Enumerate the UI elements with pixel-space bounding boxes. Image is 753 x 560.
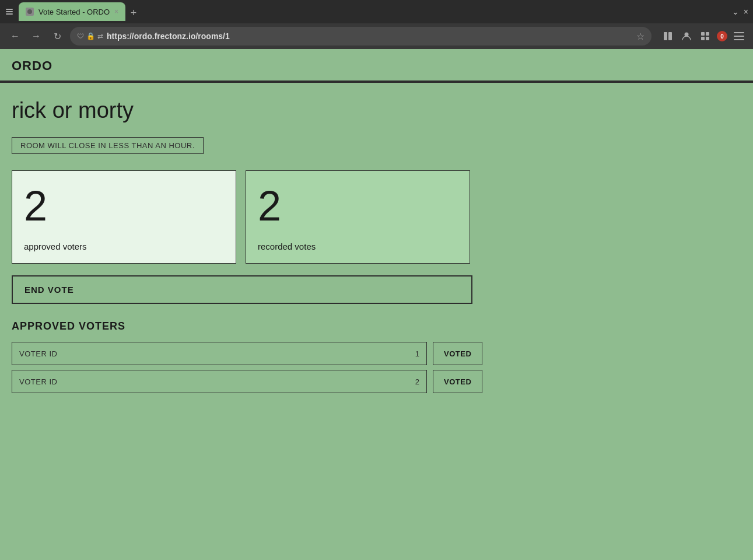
new-tab-button[interactable]: + — [125, 5, 142, 21]
back-button[interactable]: ← — [7, 28, 23, 44]
room-title: rick or morty — [12, 98, 741, 123]
notice-badge: ROOM WILL CLOSE IN LESS THAN AN HOUR. — [12, 137, 204, 154]
bookmark-button[interactable]: ☆ — [636, 31, 645, 42]
voter-id-number-1: 1 — [415, 349, 419, 358]
security-icons: 🛡 🔒 ⇄ — [77, 32, 103, 40]
toolbar-icons: 0 — [661, 29, 746, 43]
recorded-votes-label: recorded votes — [258, 242, 458, 251]
tab-actions: ⌄ × — [732, 7, 748, 16]
svg-rect-11 — [734, 32, 744, 33]
extensions-button[interactable] — [698, 29, 712, 43]
voted-button-2[interactable]: VOTED — [433, 370, 482, 393]
tab-favicon — [26, 8, 34, 16]
url-path: /rooms/1 — [195, 32, 229, 41]
tab-chevron[interactable]: ⌄ — [732, 7, 739, 16]
lock-icon: 🔒 — [86, 32, 95, 40]
approved-voters-label: approved voters — [24, 242, 224, 251]
svg-rect-8 — [706, 32, 709, 36]
end-vote-button[interactable]: END VOTE — [12, 275, 472, 304]
connection-icon: ⇄ — [97, 32, 103, 40]
approved-voters-count: 2 — [24, 185, 224, 227]
menu-button[interactable] — [732, 29, 746, 43]
recorded-votes-card: 2 recorded votes — [246, 170, 470, 264]
active-tab[interactable]: Vote Started - ORDO × — [19, 2, 125, 21]
svg-rect-7 — [701, 32, 705, 36]
approved-voters-card: 2 approved voters — [12, 170, 236, 264]
svg-rect-13 — [734, 39, 744, 40]
voter-row: VOTER ID 1 VOTED — [12, 342, 741, 365]
url-display[interactable]: https://ordo.frectonz.io/rooms/1 — [107, 32, 633, 41]
voter-id-label-1: VOTER ID — [19, 349, 57, 358]
nav-bar: ← → ↻ 🛡 🔒 ⇄ https://ordo.frectonz.io/roo… — [0, 23, 753, 49]
shield-icon: 🛡 — [77, 32, 84, 40]
page-content: ORDO rick or morty ROOM WILL CLOSE IN LE… — [0, 49, 753, 560]
title-bar: Vote Started - ORDO × + ⌄ × — [0, 0, 753, 23]
reload-button[interactable]: ↻ — [49, 28, 65, 44]
svg-rect-0 — [6, 9, 13, 10]
tab-close-btn[interactable]: × — [114, 8, 118, 16]
tab-title: Vote Started - ORDO — [38, 8, 110, 16]
notification-badge: 0 — [717, 31, 727, 41]
svg-rect-1 — [6, 11, 13, 12]
window-sidebar-btn[interactable] — [5, 7, 14, 16]
voter-id-number-2: 2 — [415, 377, 419, 386]
voter-row: VOTER ID 2 VOTED — [12, 370, 741, 393]
svg-rect-2 — [6, 13, 13, 15]
browser-chrome: Vote Started - ORDO × + ⌄ × ← → ↻ 🛡 🔒 ⇄ … — [0, 0, 753, 49]
recorded-votes-count: 2 — [258, 185, 458, 227]
address-bar[interactable]: 🛡 🔒 ⇄ https://ordo.frectonz.io/rooms/1 ☆ — [70, 27, 652, 46]
svg-rect-4 — [664, 32, 667, 40]
url-prefix: https://ordo. — [107, 32, 155, 41]
site-header: ORDO — [0, 49, 753, 82]
tabs-area: Vote Started - ORDO × + — [19, 2, 732, 21]
pocket-button[interactable] — [661, 29, 675, 43]
voted-button-1[interactable]: VOTED — [433, 342, 482, 365]
voter-id-field-2: VOTER ID 2 — [12, 370, 427, 393]
svg-rect-12 — [734, 36, 744, 37]
approved-voters-heading: APPROVED VOTERS — [12, 320, 741, 332]
voters-list: VOTER ID 1 VOTED VOTER ID 2 VOTED — [12, 342, 741, 393]
account-button[interactable] — [680, 29, 694, 43]
site-logo: ORDO — [12, 58, 741, 74]
forward-button[interactable]: → — [28, 28, 44, 44]
main-content: rick or morty ROOM WILL CLOSE IN LESS TH… — [0, 84, 753, 407]
svg-rect-9 — [701, 37, 705, 40]
window-controls — [5, 7, 14, 16]
window-close-btn[interactable]: × — [744, 7, 748, 16]
voter-id-field-1: VOTER ID 1 — [12, 342, 427, 365]
url-domain: frectonz.io — [155, 32, 196, 41]
svg-rect-10 — [706, 37, 709, 40]
voter-id-label-2: VOTER ID — [19, 377, 57, 386]
stats-row: 2 approved voters 2 recorded votes — [12, 170, 741, 264]
svg-rect-5 — [668, 32, 672, 40]
svg-point-3 — [27, 9, 32, 14]
